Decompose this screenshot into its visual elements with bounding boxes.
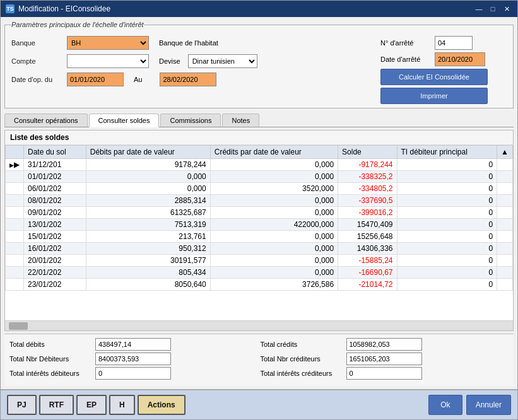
row-arrow-cell [6, 171, 24, 183]
total-interets-debiteurs-input[interactable]: 0 [95, 367, 171, 380]
col-credits-header: Crédits par date de valeur [210, 146, 338, 159]
row-debits: 30191,577 [86, 255, 210, 267]
row-debits: 0,000 [86, 171, 210, 183]
row-extra [497, 267, 513, 279]
table-section: Liste des soldes Date du sol Débits par … [4, 130, 514, 331]
row-credits: 0,000 [210, 267, 338, 279]
row-extra [497, 231, 513, 243]
row-ti: 0 [397, 207, 497, 219]
row-credits: 0,000 [210, 159, 338, 171]
row-extra [497, 171, 513, 183]
row-debits: 61325,687 [86, 207, 210, 219]
actions-button[interactable]: Actions [138, 395, 185, 415]
row-credits: 0,000 [210, 243, 338, 255]
compte-label: Compte [11, 57, 62, 65]
row-extra [497, 207, 513, 219]
date-op-input[interactable]: 01/01/2020 [67, 73, 124, 86]
bottom-right-buttons: Ok Annuler [428, 395, 511, 415]
row-credits: 0,000 [210, 255, 338, 267]
total-credits-input[interactable]: 1058982,053 [346, 338, 422, 351]
devise-label: Devise [159, 57, 180, 65]
compte-select[interactable] [67, 54, 149, 68]
row-solde: -15885,24 [338, 255, 397, 267]
h-button[interactable]: H [109, 395, 135, 415]
date-arrete-input[interactable]: 20/10/2020 [435, 52, 485, 66]
row-extra [497, 195, 513, 207]
row-ti: 0 [397, 195, 497, 207]
no-arrete-label: N° d'arrêté [380, 39, 431, 47]
row-credits: 422000,000 [210, 219, 338, 231]
rtf-button[interactable]: RTF [39, 395, 74, 415]
row-extra [497, 183, 513, 195]
row-arrow-cell [6, 231, 24, 243]
table-row: 01/01/2020,0000,000-338325,20 [6, 171, 513, 183]
au-input[interactable]: 28/02/2020 [160, 73, 216, 86]
table-row: 23/01/2028050,6403726,586-21014,720 [6, 279, 513, 291]
row-ti: 0 [397, 219, 497, 231]
row-credits: 0,000 [210, 171, 338, 183]
imprimer-button[interactable]: Imprimer [380, 88, 488, 104]
total-nbr-crediteurs-label: Total Nbr créditeurs [261, 355, 343, 363]
devise-select[interactable]: Dinar tunisien [188, 54, 257, 68]
total-nbr-debiteurs-label: Total Nbr Débiteurs [9, 355, 91, 363]
date-arrete-row: Date d'arrêté 20/10/2020 [380, 52, 507, 66]
totals-right: Total crédits 1058982,053 Total Nbr créd… [261, 338, 509, 382]
row-date: 22/01/202 [24, 267, 86, 279]
row-solde: -21014,72 [338, 279, 397, 291]
tab-commissions[interactable]: Commissions [160, 114, 221, 127]
row-date: 20/01/202 [24, 255, 86, 267]
row-date: 09/01/202 [24, 207, 86, 219]
totals-section: Total débits 438497,14 Total Nbr Débiteu… [4, 334, 514, 385]
no-arrete-row: N° d'arrêté 04 [380, 36, 507, 50]
row-ti: 0 [397, 231, 497, 243]
total-credits-label: Total crédits [261, 341, 343, 348]
row-date: 31/12/201 [24, 159, 86, 171]
col-extra-header: ▲ [497, 146, 513, 159]
row-ti: 0 [397, 243, 497, 255]
total-debits-input[interactable]: 438497,14 [95, 338, 171, 351]
table-container[interactable]: Date du sol Débits par date de valeur Cr… [5, 145, 513, 320]
row-solde: -337690,5 [338, 195, 397, 207]
close-button[interactable]: ✕ [501, 4, 512, 14]
title-bar-left: TS Modification - EIConsolidee [6, 4, 110, 13]
total-debits-label: Total débits [9, 341, 91, 348]
tab-notes[interactable]: Notes [222, 114, 259, 127]
pj-button[interactable]: PJ [7, 395, 37, 415]
minimize-button[interactable]: — [473, 4, 485, 14]
col-ti-header: TI débiteur principal [397, 146, 497, 159]
total-nbr-crediteurs-input[interactable]: 1651065,203 [346, 353, 422, 365]
row-arrow-cell [6, 183, 24, 195]
total-interets-crediteurs-label: Total intérêts créditeurs [261, 370, 343, 377]
tab-consulter-soldes[interactable]: Consulter soldes [89, 114, 160, 127]
table-row: 06/01/2020,0003520,000-334805,20 [6, 183, 513, 195]
au-label: Au [134, 76, 142, 83]
calculer-button[interactable]: Calculer EI Consolidée [380, 69, 488, 85]
maximize-button[interactable]: □ [487, 4, 498, 14]
table-row: 13/01/2027513,319422000,00015470,4090 [6, 219, 513, 231]
row-credits: 3726,586 [210, 279, 338, 291]
tab-consulter-operations[interactable]: Consulter opérations [4, 114, 88, 127]
ok-button[interactable]: Ok [428, 395, 462, 415]
ep-button[interactable]: EP [76, 395, 107, 415]
col-debits-header: Débits par date de valeur [86, 146, 210, 159]
row-credits: 0,000 [210, 231, 338, 243]
table-row: 09/01/20261325,6870,000-399016,20 [6, 207, 513, 219]
row-arrow-cell: ▶ [6, 159, 24, 171]
no-arrete-input[interactable]: 04 [435, 36, 473, 50]
compte-row: Compte Devise Dinar tunisien [11, 54, 374, 68]
row-ti: 0 [397, 255, 497, 267]
row-arrow-cell [6, 267, 24, 279]
row-solde: -399016,2 [338, 207, 397, 219]
total-nbr-debiteurs-input[interactable]: 8400373,593 [95, 353, 171, 365]
total-interets-crediteurs-input[interactable]: 0 [346, 367, 422, 380]
total-debits-row: Total débits 438497,14 [9, 338, 258, 351]
row-debits: 2885,314 [86, 195, 210, 207]
banque-select[interactable]: BH [67, 36, 149, 50]
horizontal-scrollbar[interactable] [5, 320, 513, 330]
table-row: 08/01/2022885,3140,000-337690,50 [6, 195, 513, 207]
table-row: 22/01/202805,4340,000-16690,670 [6, 267, 513, 279]
annuler-button[interactable]: Annuler [466, 395, 511, 415]
row-date: 23/01/202 [24, 279, 86, 291]
row-date: 13/01/202 [24, 219, 86, 231]
bottom-bar: PJ RTF EP H Actions Ok Annuler [1, 389, 517, 419]
